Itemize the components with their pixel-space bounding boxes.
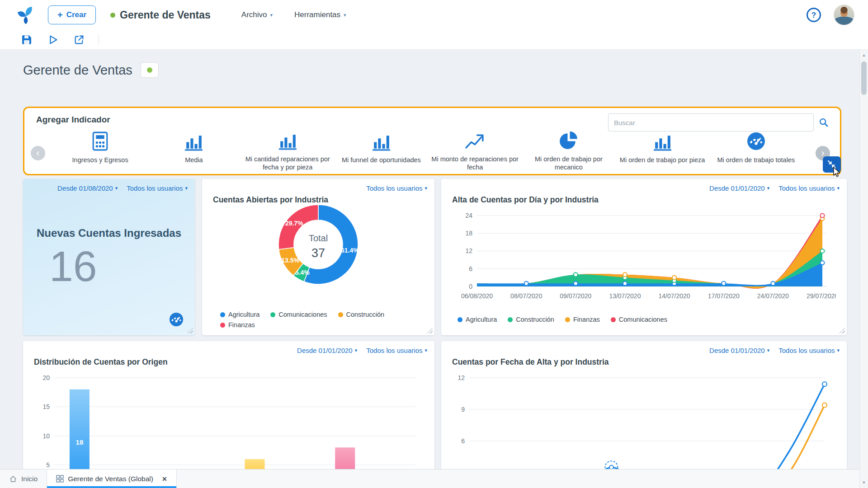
chevron-down-icon: ▾ xyxy=(837,347,840,353)
legend-item[interactable]: Finanzas xyxy=(220,321,255,328)
legend-item[interactable]: Comunicaciones xyxy=(270,311,327,318)
indicator-item-label: Mi orden de trabajo totales xyxy=(717,156,795,164)
bottom-tab-bar: Inicio Gerente de Ventas (Global) ✕ xyxy=(0,469,859,488)
filter-label: Todos los usuarios xyxy=(778,184,835,192)
user-avatar[interactable] xyxy=(834,5,854,25)
chart-legend: AgriculturaConstrucciónFinanzasComunicac… xyxy=(458,316,838,323)
filter-label: Desde 01/01/2020 xyxy=(709,347,765,354)
legend-item[interactable]: Agricultura xyxy=(220,311,259,318)
legend-dot xyxy=(458,317,462,322)
tab-label: Gerente de Ventas (Global) xyxy=(68,475,153,483)
legend-item[interactable]: Construcción xyxy=(508,316,554,323)
document-title: Gerente de Ventas xyxy=(110,9,211,21)
filter-label: Desde 01/08/2020 xyxy=(57,184,113,192)
collapse-panel-button[interactable] xyxy=(823,156,841,173)
menu-herramientas[interactable]: Herramientas ▾ xyxy=(294,10,346,19)
svg-text:?: ? xyxy=(811,11,816,19)
y-tick-label: 6 xyxy=(461,437,465,445)
vertical-scrollbar[interactable]: ▲ ▼ xyxy=(859,50,868,488)
indicator-item-1[interactable]: Ingresos y Egresos xyxy=(53,128,147,171)
data-point xyxy=(524,282,528,286)
legend-item[interactable]: Comunicaciones xyxy=(611,316,667,323)
filter-users[interactable]: Todos los usuarios ▾ xyxy=(127,184,188,192)
run-button[interactable] xyxy=(46,33,60,47)
legend-item[interactable]: Finanzas xyxy=(565,316,600,323)
chevron-down-icon: ▾ xyxy=(425,185,427,191)
search-button[interactable] xyxy=(814,113,834,131)
bar-chart-icon xyxy=(370,129,392,152)
y-tick-label: 24 xyxy=(465,212,472,219)
y-tick-label: 5 xyxy=(46,461,50,469)
legend-dot xyxy=(508,317,513,322)
indicator-item-3[interactable]: Mi cantidad reparaciones por fecha y por… xyxy=(241,128,335,171)
close-tab-icon[interactable]: ✕ xyxy=(162,475,167,483)
save-button[interactable] xyxy=(20,33,33,47)
tab-gerente-de-ventas-global[interactable]: Gerente de Ventas (Global) ✕ xyxy=(47,469,176,488)
data-point xyxy=(623,282,627,286)
y-tick-label: 0 xyxy=(469,283,472,290)
x-tick-label: 06/08/2020 xyxy=(461,292,493,300)
legend-item[interactable]: Construcción xyxy=(338,311,385,318)
carousel-prev-button[interactable]: ‹ xyxy=(31,146,45,160)
app-logo[interactable] xyxy=(15,5,36,25)
widget-title: Alta de Cuentas por Día y por Industria xyxy=(452,195,599,205)
calculator-icon xyxy=(89,129,111,152)
indicator-item-4[interactable]: Mi funnel de oportunidades xyxy=(335,128,428,171)
indicator-item-8[interactable]: Mi orden de trabajo totales xyxy=(709,128,803,171)
indicator-carousel: Ingresos y EgresosMediaMi cantidad repar… xyxy=(53,128,803,171)
create-button-label: Crear xyxy=(66,10,86,19)
scroll-down-arrow[interactable]: ▼ xyxy=(860,478,868,487)
filter-users[interactable]: Todos los usuarios ▾ xyxy=(778,184,840,192)
bar-chart-icon xyxy=(651,129,674,152)
x-tick-label: 09/07/2020 xyxy=(560,292,591,300)
area-chart: 0612182406/08/202008/07/202009/07/202013… xyxy=(452,206,836,314)
indicator-item-2[interactable]: Media xyxy=(147,128,241,171)
tab-inicio[interactable]: Inicio xyxy=(0,469,47,488)
widget-filters: Desde 01/01/2020 ▾ Todos los usuarios ▾ xyxy=(297,347,427,354)
document-title-text: Gerente de Ventas xyxy=(120,9,211,21)
resize-handle[interactable] xyxy=(187,328,193,333)
resize-handle[interactable] xyxy=(427,328,433,333)
filter-users[interactable]: Todos los usuarios ▾ xyxy=(778,347,840,354)
donut-slice-value: 61.4% xyxy=(341,247,359,254)
create-button[interactable]: + Crear xyxy=(48,5,96,24)
filter-date-range[interactable]: Desde 01/01/2020 ▾ xyxy=(709,347,769,354)
widget-filters: Desde 01/01/2020 ▾ Todos los usuarios ▾ xyxy=(709,347,840,354)
filter-date-range[interactable]: Desde 01/08/2020 ▾ xyxy=(57,184,118,192)
filter-date-range[interactable]: Desde 01/01/2020 ▾ xyxy=(709,184,769,192)
menu-herramientas-label: Herramientas xyxy=(294,10,340,19)
indicator-item-7[interactable]: Mi orden de trabajo por pieza xyxy=(616,128,709,171)
scrollbar-thumb[interactable] xyxy=(861,61,867,95)
page-head: Gerente de Ventas xyxy=(23,62,159,78)
filter-date-range[interactable]: Desde 01/01/2020 ▾ xyxy=(297,347,357,354)
help-button[interactable]: ? xyxy=(806,7,822,23)
widget-title: Distribución de Cuentas por Origen xyxy=(34,357,168,367)
y-tick-label: 18 xyxy=(465,230,472,237)
scroll-up-arrow[interactable]: ▲ xyxy=(860,51,868,60)
y-tick-label: 15 xyxy=(42,403,50,410)
page-status-badge[interactable] xyxy=(141,62,159,78)
filter-label: Todos los usuarios xyxy=(366,184,422,192)
dashboard-grid-icon xyxy=(56,475,64,483)
menu-archivo[interactable]: Archivo ▾ xyxy=(241,10,273,19)
data-point xyxy=(623,272,627,277)
chevron-down-icon: ▾ xyxy=(767,185,770,191)
export-button[interactable] xyxy=(72,33,86,47)
donut-slice-value: 13.5% xyxy=(281,257,299,264)
x-tick-label: 24/07/2020 xyxy=(757,292,789,300)
widget-filters: Todos los usuarios ▾ xyxy=(366,184,427,192)
tool-strip xyxy=(0,30,868,50)
indicator-item-6[interactable]: Mi orden de trabajo por mecanico xyxy=(522,128,615,171)
legend-item[interactable]: Agricultura xyxy=(458,316,497,323)
indicator-item-5[interactable]: Mi monto de reparaciones por fecha xyxy=(428,128,522,171)
y-tick-label: 6 xyxy=(469,265,472,272)
y-tick-label: 20 xyxy=(42,374,50,381)
resize-handle[interactable] xyxy=(839,328,845,333)
donut-chart: 61.4%5.4%13.5%29.7%Total37 xyxy=(202,202,434,310)
y-tick-label: 9 xyxy=(461,406,465,413)
filter-users[interactable]: Todos los usuarios ▾ xyxy=(366,347,427,354)
filter-users[interactable]: Todos los usuarios ▾ xyxy=(366,184,427,192)
data-point xyxy=(672,276,676,280)
dashboard-content: Gerente de Ventas Agregar Indicador ‹ In… xyxy=(0,50,859,488)
legend-dot xyxy=(220,312,225,317)
